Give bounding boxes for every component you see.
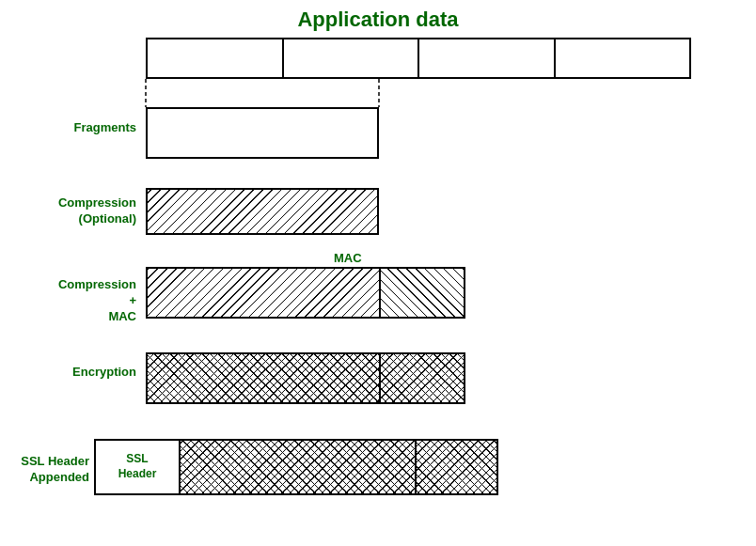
comp-mac-row — [146, 267, 465, 319]
ssl-data-part — [181, 441, 496, 493]
compression-row — [146, 188, 379, 235]
app-segment-3 — [419, 39, 556, 77]
ssl-data-divider — [415, 441, 417, 493]
encryption-row — [146, 352, 465, 404]
compression-label: Compression(Optional) — [5, 195, 136, 227]
page-title: Application data — [0, 8, 756, 32]
comp-mac-label: Compression+MAC — [5, 277, 136, 325]
ssl-row: SSLHeader — [94, 439, 498, 495]
app-segment-2 — [284, 39, 420, 77]
ssl-header-box: SSLHeader — [96, 441, 181, 493]
mac-label: MAC — [334, 251, 362, 265]
app-segment-1 — [148, 39, 284, 77]
fragment-row — [146, 107, 379, 159]
app-segment-4 — [556, 39, 690, 77]
ssl-header-text: SSLHeader — [118, 452, 157, 481]
app-data-row — [146, 38, 691, 79]
comp-part — [148, 269, 381, 317]
mac-part — [381, 269, 464, 317]
ssl-label: SSL HeaderAppended — [5, 454, 89, 486]
diagram-container: Application data Fragments Compression(O… — [0, 0, 756, 546]
encryption-label: Encryption — [5, 365, 136, 381]
encryption-divider — [379, 352, 381, 404]
fragments-label: Fragments — [5, 120, 136, 136]
